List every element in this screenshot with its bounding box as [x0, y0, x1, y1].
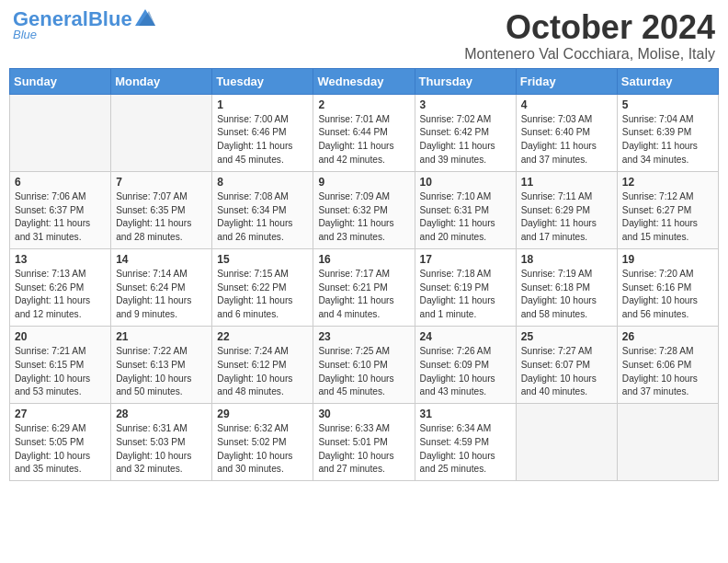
- title-block: October 2024 Montenero Val Cocchiara, Mo…: [464, 9, 715, 63]
- calendar-day: [10, 94, 111, 171]
- day-number: 22: [217, 330, 308, 343]
- day-number: 28: [116, 408, 207, 420]
- calendar-day: 10Sunrise: 7:10 AM Sunset: 6:31 PM Dayli…: [415, 171, 516, 248]
- day-number: 7: [116, 176, 207, 189]
- day-info: Sunrise: 7:04 AM Sunset: 6:39 PM Dayligh…: [622, 113, 713, 167]
- day-info: Sunrise: 6:34 AM Sunset: 4:59 PM Dayligh…: [420, 422, 511, 477]
- page-header: GeneralBlue Blue October 2024 Montenero …: [9, 9, 719, 63]
- calendar-day: 16Sunrise: 7:17 AM Sunset: 6:21 PM Dayli…: [313, 248, 415, 326]
- calendar-day: 23Sunrise: 7:25 AM Sunset: 6:10 PM Dayli…: [313, 326, 415, 403]
- day-header-wednesday: Wednesday: [313, 68, 415, 94]
- calendar-day: 3Sunrise: 7:02 AM Sunset: 6:42 PM Daylig…: [415, 94, 516, 171]
- calendar-day: 8Sunrise: 7:08 AM Sunset: 6:34 PM Daylig…: [212, 171, 313, 248]
- day-info: Sunrise: 7:11 AM Sunset: 6:29 PM Dayligh…: [521, 190, 612, 245]
- calendar-day: 5Sunrise: 7:04 AM Sunset: 6:39 PM Daylig…: [617, 94, 718, 171]
- day-info: Sunrise: 7:25 AM Sunset: 6:10 PM Dayligh…: [318, 345, 409, 399]
- day-number: 10: [420, 176, 511, 189]
- day-number: 25: [521, 330, 612, 343]
- day-number: 17: [420, 253, 511, 266]
- day-number: 9: [318, 176, 409, 189]
- day-info: Sunrise: 7:28 AM Sunset: 6:06 PM Dayligh…: [622, 345, 713, 399]
- calendar-day: 15Sunrise: 7:15 AM Sunset: 6:22 PM Dayli…: [212, 248, 313, 326]
- calendar-day: 26Sunrise: 7:28 AM Sunset: 6:06 PM Dayli…: [617, 326, 718, 403]
- day-info: Sunrise: 7:07 AM Sunset: 6:35 PM Dayligh…: [116, 190, 207, 245]
- logo-text: GeneralBlue: [13, 9, 132, 29]
- day-info: Sunrise: 7:02 AM Sunset: 6:42 PM Dayligh…: [420, 113, 511, 167]
- calendar-day: 9Sunrise: 7:09 AM Sunset: 6:32 PM Daylig…: [313, 171, 415, 248]
- day-header-saturday: Saturday: [617, 68, 718, 94]
- day-info: Sunrise: 7:14 AM Sunset: 6:24 PM Dayligh…: [116, 268, 207, 322]
- day-number: 11: [521, 176, 612, 189]
- calendar-day: 18Sunrise: 7:19 AM Sunset: 6:18 PM Dayli…: [516, 248, 617, 326]
- day-number: 15: [217, 253, 308, 266]
- day-number: 26: [622, 330, 713, 343]
- day-info: Sunrise: 7:22 AM Sunset: 6:13 PM Dayligh…: [116, 345, 207, 399]
- day-info: Sunrise: 7:15 AM Sunset: 6:22 PM Dayligh…: [217, 268, 308, 322]
- day-info: Sunrise: 7:20 AM Sunset: 6:16 PM Dayligh…: [622, 268, 713, 322]
- day-info: Sunrise: 7:21 AM Sunset: 6:15 PM Dayligh…: [15, 345, 106, 399]
- location: Montenero Val Cocchiara, Molise, Italy: [464, 46, 715, 63]
- day-number: 31: [420, 408, 511, 420]
- calendar-day: 28Sunrise: 6:31 AM Sunset: 5:03 PM Dayli…: [111, 404, 212, 481]
- calendar-day: 27Sunrise: 6:29 AM Sunset: 5:05 PM Dayli…: [10, 404, 111, 481]
- calendar-day: 17Sunrise: 7:18 AM Sunset: 6:19 PM Dayli…: [415, 248, 516, 326]
- calendar-day: 25Sunrise: 7:27 AM Sunset: 6:07 PM Dayli…: [516, 326, 617, 403]
- day-number: 1: [217, 98, 308, 111]
- calendar-day: 29Sunrise: 6:32 AM Sunset: 5:02 PM Dayli…: [212, 404, 313, 481]
- day-number: 18: [521, 253, 612, 266]
- calendar-day: 6Sunrise: 7:06 AM Sunset: 6:37 PM Daylig…: [10, 171, 111, 248]
- day-number: 29: [217, 408, 308, 420]
- calendar-day: 13Sunrise: 7:13 AM Sunset: 6:26 PM Dayli…: [10, 248, 111, 326]
- calendar-day: 24Sunrise: 7:26 AM Sunset: 6:09 PM Dayli…: [415, 326, 516, 403]
- calendar-header-row: SundayMondayTuesdayWednesdayThursdayFrid…: [10, 68, 719, 94]
- logo-blue: Blue: [88, 7, 132, 30]
- day-info: Sunrise: 7:24 AM Sunset: 6:12 PM Dayligh…: [217, 345, 308, 399]
- day-number: 30: [318, 408, 409, 420]
- calendar-day: [617, 404, 718, 481]
- day-info: Sunrise: 7:26 AM Sunset: 6:09 PM Dayligh…: [420, 345, 511, 399]
- day-header-thursday: Thursday: [415, 68, 516, 94]
- day-info: Sunrise: 7:08 AM Sunset: 6:34 PM Dayligh…: [217, 190, 308, 245]
- calendar-day: 11Sunrise: 7:11 AM Sunset: 6:29 PM Dayli…: [516, 171, 617, 248]
- day-number: 13: [15, 253, 106, 266]
- calendar-day: 12Sunrise: 7:12 AM Sunset: 6:27 PM Dayli…: [617, 171, 718, 248]
- calendar-day: 21Sunrise: 7:22 AM Sunset: 6:13 PM Dayli…: [111, 326, 212, 403]
- day-info: Sunrise: 7:10 AM Sunset: 6:31 PM Dayligh…: [420, 190, 511, 245]
- day-number: 6: [15, 176, 106, 189]
- day-number: 27: [15, 408, 106, 420]
- calendar-day: [516, 404, 617, 481]
- day-header-tuesday: Tuesday: [212, 68, 313, 94]
- calendar-day: 1Sunrise: 7:00 AM Sunset: 6:46 PM Daylig…: [212, 94, 313, 171]
- logo-icon: [135, 9, 155, 26]
- day-header-monday: Monday: [111, 68, 212, 94]
- day-info: Sunrise: 7:00 AM Sunset: 6:46 PM Dayligh…: [217, 113, 308, 167]
- day-number: 5: [622, 98, 713, 111]
- calendar-day: 7Sunrise: 7:07 AM Sunset: 6:35 PM Daylig…: [111, 171, 212, 248]
- day-info: Sunrise: 7:17 AM Sunset: 6:21 PM Dayligh…: [318, 268, 409, 322]
- day-info: Sunrise: 7:03 AM Sunset: 6:40 PM Dayligh…: [521, 113, 612, 167]
- calendar-week-4: 20Sunrise: 7:21 AM Sunset: 6:15 PM Dayli…: [10, 326, 719, 403]
- calendar-week-2: 6Sunrise: 7:06 AM Sunset: 6:37 PM Daylig…: [10, 171, 719, 248]
- day-info: Sunrise: 6:31 AM Sunset: 5:03 PM Dayligh…: [116, 422, 207, 477]
- day-info: Sunrise: 6:29 AM Sunset: 5:05 PM Dayligh…: [15, 422, 106, 477]
- calendar-week-5: 27Sunrise: 6:29 AM Sunset: 5:05 PM Dayli…: [10, 404, 719, 481]
- day-info: Sunrise: 7:13 AM Sunset: 6:26 PM Dayligh…: [15, 268, 106, 322]
- calendar-day: 22Sunrise: 7:24 AM Sunset: 6:12 PM Dayli…: [212, 326, 313, 403]
- day-info: Sunrise: 7:19 AM Sunset: 6:18 PM Dayligh…: [521, 268, 612, 322]
- day-number: 16: [318, 253, 409, 266]
- day-info: Sunrise: 7:06 AM Sunset: 6:37 PM Dayligh…: [15, 190, 106, 245]
- logo: GeneralBlue Blue: [13, 9, 155, 41]
- calendar-day: 30Sunrise: 6:33 AM Sunset: 5:01 PM Dayli…: [313, 404, 415, 481]
- day-number: 20: [15, 330, 106, 343]
- day-number: 3: [420, 98, 511, 111]
- day-number: 8: [217, 176, 308, 189]
- day-info: Sunrise: 7:09 AM Sunset: 6:32 PM Dayligh…: [318, 190, 409, 245]
- day-header-friday: Friday: [516, 68, 617, 94]
- calendar-day: 31Sunrise: 6:34 AM Sunset: 4:59 PM Dayli…: [415, 404, 516, 481]
- day-number: 21: [116, 330, 207, 343]
- calendar-day: 20Sunrise: 7:21 AM Sunset: 6:15 PM Dayli…: [10, 326, 111, 403]
- day-info: Sunrise: 7:27 AM Sunset: 6:07 PM Dayligh…: [521, 345, 612, 399]
- calendar-day: 14Sunrise: 7:14 AM Sunset: 6:24 PM Dayli…: [111, 248, 212, 326]
- calendar-day: 4Sunrise: 7:03 AM Sunset: 6:40 PM Daylig…: [516, 94, 617, 171]
- day-number: 12: [622, 176, 713, 189]
